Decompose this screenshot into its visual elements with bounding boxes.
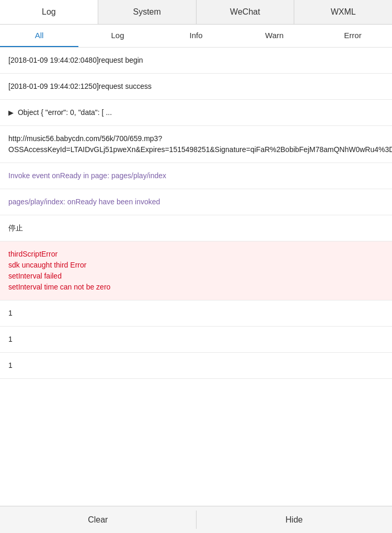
log-row-url: http://music56.babycdn.com/56k/700/659.m… [0,126,392,163]
sub-tab-log[interactable]: Log [78,25,157,47]
sub-tab-info[interactable]: Info [157,25,235,47]
sub-tab-bar: All Log Info Warn Error [0,25,392,48]
top-tab-bar: Log System WeChat WXML [0,0,392,25]
log-row: [2018-01-09 19:44:02:0480]request begin [0,48,392,74]
log-row-number: 1 [0,327,392,353]
top-tab-log[interactable]: Log [0,0,98,24]
sub-tab-error[interactable]: Error [314,25,392,47]
log-row-expand[interactable]: ▶ Object { "error": 0, "data": [ ... [0,100,392,126]
log-row: [2018-01-09 19:44:02:1250]request succes… [0,74,392,100]
log-row-stop: 停止 [0,215,392,241]
log-row-purple: pages/play/index: onReady have been invo… [0,189,392,215]
error-line-2: sdk uncaught third Error [8,260,384,271]
error-line-1: thirdScriptError [8,249,384,260]
hide-button[interactable]: Hide [197,506,393,533]
expand-arrow-icon: ▶ [8,108,14,118]
clear-button[interactable]: Clear [0,506,196,533]
log-row-number: 1 [0,353,392,379]
log-row-number: 1 [0,300,392,327]
sub-tab-warn[interactable]: Warn [235,25,314,47]
top-tab-wxml[interactable]: WXML [294,0,392,24]
top-tab-wechat[interactable]: WeChat [197,0,295,24]
bottom-toolbar: Clear Hide [0,506,392,533]
log-content: [2018-01-09 19:44:02:0480]request begin … [0,48,392,506]
top-tab-system[interactable]: System [98,0,197,24]
error-line-4: setInterval time can not be zero [8,282,384,293]
error-line-3: setInterval failed [8,271,384,282]
log-row-error: thirdScriptError sdk uncaught third Erro… [0,241,392,300]
sub-tab-all[interactable]: All [0,25,78,47]
log-row-purple: Invoke event onReady in page: pages/play… [0,163,392,189]
